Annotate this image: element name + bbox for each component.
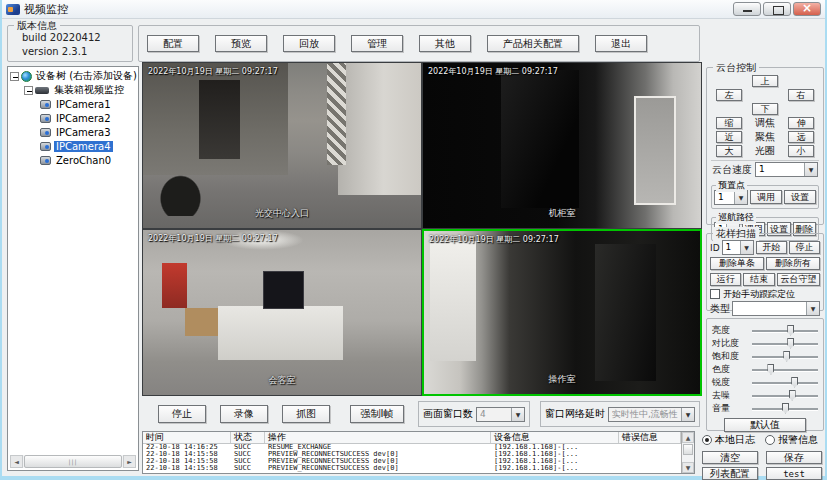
iris-small-button[interactable]: 小 (788, 145, 814, 157)
product-config-button[interactable]: 产品相关配置 (487, 35, 579, 52)
slider-thumb[interactable] (782, 403, 789, 414)
scroll-left-icon[interactable]: ◄ (10, 455, 23, 468)
stream-controls-row: 停止 录像 抓图 强制I帧 画面窗口数 4 窗口网络延时 实时性中,流畅性 (142, 398, 702, 430)
test-button[interactable]: test (766, 467, 822, 480)
denoise-slider[interactable] (752, 395, 818, 397)
local-log-radio[interactable] (702, 435, 712, 445)
default-values-button[interactable]: 默认值 (724, 418, 806, 432)
slider-thumb[interactable] (783, 351, 790, 362)
pattern-run-button[interactable]: 运行 (710, 273, 741, 286)
tree-item-device-root[interactable]: 设备树 (右击添加设备) (8, 69, 138, 83)
alarm-info-radio[interactable] (765, 435, 775, 445)
delete-single-button[interactable]: 删除单条 (710, 257, 764, 270)
ptz-right-button[interactable]: 右 (788, 89, 814, 101)
tracking-type-select[interactable] (732, 301, 820, 316)
pattern-id-select[interactable]: 1 (722, 240, 754, 255)
focus-far-button[interactable]: 远 (788, 131, 814, 143)
chevron-down-icon[interactable] (806, 302, 819, 315)
chevron-down-icon[interactable] (734, 191, 747, 204)
log-header-row: 时间 状态 操作 设备信息 错误信息 (143, 432, 681, 444)
video-cell-3[interactable]: 2022年10月19日 星期二 09:27:17 会客室 (142, 229, 422, 396)
volume-slider[interactable] (752, 408, 818, 410)
scrollbar-thumb[interactable] (683, 444, 693, 455)
slider-thumb[interactable] (787, 325, 794, 336)
playback-button[interactable]: 回放 (283, 35, 335, 52)
scroll-right-icon[interactable]: ► (123, 455, 136, 468)
pattern-end-button[interactable]: 结束 (743, 273, 774, 286)
ptz-watch-button[interactable]: 云台守望 (777, 273, 820, 286)
tree-item-ipcamera4-selected[interactable]: IPCamera4 (8, 139, 138, 153)
delete-all-button[interactable]: 删除所有 (766, 257, 820, 270)
slider-thumb[interactable] (767, 364, 774, 375)
save-button[interactable]: 保存 (766, 451, 822, 464)
minimize-button[interactable] (733, 2, 761, 16)
log-vertical-scrollbar[interactable]: ▲ ▼ (681, 432, 694, 473)
sharpness-slider[interactable] (752, 382, 818, 384)
ptz-speed-select[interactable]: 1 (755, 162, 818, 177)
manage-button[interactable]: 管理 (351, 35, 403, 52)
video-cell-4-selected[interactable]: 2022年10月19日 星期二 09:27:17 操作室 (422, 229, 702, 396)
brightness-slider[interactable] (752, 330, 818, 332)
slider-thumb[interactable] (789, 390, 796, 401)
ptz-left-button[interactable]: 左 (716, 89, 742, 101)
record-button[interactable]: 录像 (220, 405, 268, 423)
focus-near-button[interactable]: 近 (716, 131, 742, 143)
iris-large-button[interactable]: 大 (716, 145, 742, 157)
slider-thumb[interactable] (791, 377, 798, 388)
chevron-down-icon[interactable] (511, 408, 524, 421)
config-button[interactable]: 配置 (147, 35, 199, 52)
tree-item-zerochan0[interactable]: ZeroChan0 (8, 153, 138, 167)
scroll-up-icon[interactable]: ▲ (682, 432, 694, 443)
table-row[interactable]: 22-10-18 14:15:58 SUCC PREVIEW_RECONNECT… (143, 451, 681, 458)
tree-item-ipcamera1[interactable]: IPCamera1 (8, 97, 138, 111)
collapse-icon[interactable] (10, 72, 19, 81)
ptz-up-button[interactable]: 上 (752, 75, 778, 87)
collapse-icon[interactable] (24, 86, 33, 95)
hue-slider[interactable] (752, 369, 818, 371)
contrast-slider[interactable] (752, 343, 818, 345)
close-button[interactable] (793, 2, 821, 16)
ptz-down-button[interactable]: 下 (752, 103, 778, 115)
scroll-down-icon[interactable]: ▼ (682, 462, 694, 473)
chevron-down-icon[interactable] (681, 408, 694, 421)
log-error (619, 458, 681, 465)
tree-group-label: 集装箱视频监控 (52, 83, 126, 97)
window-count-select[interactable]: 4 (476, 407, 525, 422)
manual-tracking-checkbox[interactable] (710, 289, 720, 299)
zoom-label: 调焦 (755, 116, 775, 130)
preset-call-button[interactable]: 调用 (750, 190, 782, 204)
snapshot-button[interactable]: 抓图 (282, 405, 330, 423)
preset-set-button[interactable]: 设置 (784, 190, 816, 204)
preview-button[interactable]: 预览 (215, 35, 267, 52)
tree-item-ipcamera2[interactable]: IPCamera2 (8, 111, 138, 125)
tree-horizontal-scrollbar[interactable]: ◄ ||| ► (10, 455, 136, 468)
camera-label: ZeroChan0 (54, 155, 113, 166)
table-row[interactable]: 22-10-18 14:15:58 SUCC PREVIEW_RECONNECT… (143, 465, 681, 472)
table-row[interactable]: 22-10-18 14:16:25 SUCC RESUME_EXCHANGE [… (143, 444, 681, 451)
chevron-down-icon[interactable] (740, 241, 753, 254)
pattern-stop-button[interactable]: 停止 (789, 241, 820, 254)
list-config-button[interactable]: 列表配置 (702, 467, 758, 480)
pattern-scan-box: 花样扫描 ID 1 开始 停止 删除单条 删除所有 运行 结束 (706, 233, 824, 311)
tree-item-ipcamera3[interactable]: IPCamera3 (8, 125, 138, 139)
tree-root-label: 设备树 (右击添加设备) (34, 69, 139, 83)
stop-button[interactable]: 停止 (158, 405, 206, 423)
scrollbar-thumb[interactable]: ||| (24, 455, 122, 468)
exit-button[interactable]: 退出 (595, 35, 647, 52)
network-delay-select[interactable]: 实时性中,流畅性 (608, 407, 695, 422)
saturation-slider[interactable] (752, 356, 818, 358)
table-row[interactable]: 22-10-18 14:15:58 SUCC PREVIEW_RECONNECT… (143, 458, 681, 465)
tree-item-device-group[interactable]: 集装箱视频监控 (8, 83, 138, 97)
other-button[interactable]: 其他 (419, 35, 471, 52)
pattern-start-button[interactable]: 开始 (756, 241, 787, 254)
camera-icon (40, 128, 51, 137)
video-cell-1[interactable]: 2022年10月19日 星期二 09:27:17 光交中心入口 (142, 62, 422, 229)
clear-button[interactable]: 清空 (702, 451, 758, 464)
force-iframe-button[interactable]: 强制I帧 (350, 405, 404, 423)
slider-thumb[interactable] (787, 338, 794, 349)
maximize-button[interactable] (763, 2, 791, 16)
zoom-in-button[interactable]: 伸 (788, 117, 814, 129)
chevron-down-icon[interactable] (804, 163, 817, 176)
video-cell-2[interactable]: 2022年10月19日 星期二 09:27:17 机柜室 (422, 62, 702, 229)
zoom-out-button[interactable]: 缩 (716, 117, 742, 129)
